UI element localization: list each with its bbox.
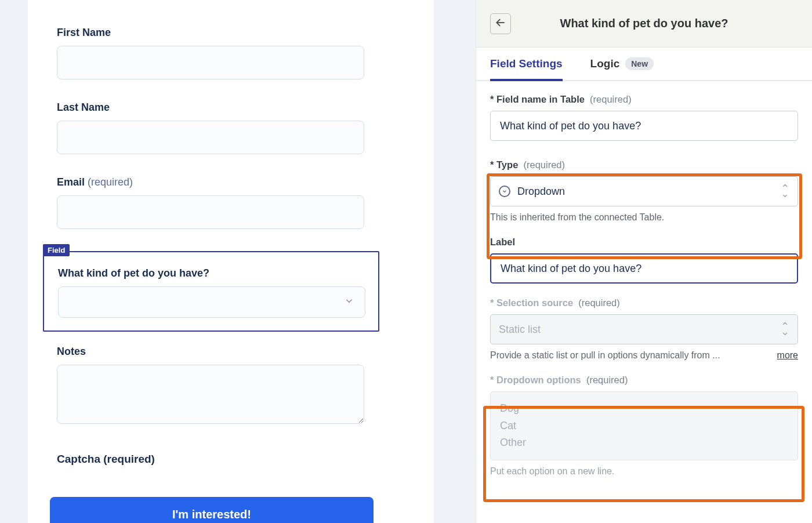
dropdown-options-textarea[interactable]: Dog Cat Other (490, 391, 798, 460)
selection-source-help: Provide a static list or pull in options… (490, 350, 720, 361)
field-name-label-text: Field name in Table (496, 94, 585, 104)
selected-field-card[interactable]: Field What kind of pet do you have? (43, 251, 379, 332)
back-button[interactable] (490, 13, 511, 34)
field-last-name: Last Name (57, 101, 405, 154)
tab-logic-label: Logic (590, 57, 620, 70)
panel-title: What kind of pet do you have? (476, 17, 812, 30)
field-notes: Notes (57, 346, 405, 426)
submit-button-label: I'm interested! (172, 508, 251, 521)
field-tag: Field (43, 244, 70, 256)
sort-arrows-icon: ⌃⌄ (781, 324, 789, 335)
selection-source-label-text: Selection source (496, 297, 573, 308)
section-dropdown-options: * Dropdown options (required) Dog Cat Ot… (490, 375, 798, 477)
panel-tabs: Field Settings Logic New (476, 48, 812, 81)
selection-source-select[interactable]: Static list ⌃⌄ (490, 314, 798, 344)
arrow-left-icon (495, 17, 506, 31)
email-label: Email (required) (57, 176, 405, 188)
email-label-text: Email (57, 176, 85, 188)
pet-label: What kind of pet do you have? (58, 267, 364, 279)
email-input[interactable] (57, 195, 364, 229)
section-type: * Type (required) Dropdown ⌃⌄ This is in… (490, 159, 798, 223)
section-field-name: * Field name in Table (required) (490, 94, 798, 141)
first-name-input[interactable] (57, 46, 364, 79)
notes-label: Notes (57, 346, 405, 358)
field-name-required-hint: (required) (590, 94, 632, 104)
chevron-down-icon (344, 296, 354, 308)
dropdown-options-required-hint: (required) (586, 375, 628, 385)
field-name-input[interactable] (490, 111, 798, 141)
sort-arrows-icon: ⌃⌄ (781, 186, 789, 197)
first-name-label: First Name (57, 27, 405, 39)
pet-dropdown[interactable] (58, 286, 365, 318)
label-field-label: Label (490, 237, 798, 248)
type-select[interactable]: Dropdown ⌃⌄ (490, 176, 798, 206)
option-line: Dog (500, 400, 788, 417)
field-email: Email (required) (57, 176, 405, 229)
dropdown-options-label-text: Dropdown options (496, 375, 581, 385)
field-first-name: First Name (57, 27, 405, 79)
email-required-hint: (required) (88, 176, 133, 188)
field-name-label: * Field name in Table (required) (490, 94, 798, 105)
settings-panel: What kind of pet do you have? Field Sett… (476, 0, 812, 523)
type-help-text: This is inherited from the connected Tab… (490, 212, 798, 223)
type-label: * Type (required) (490, 159, 798, 170)
option-line: Cat (500, 417, 788, 435)
selection-source-label: * Selection source (required) (490, 297, 798, 308)
last-name-label: Last Name (57, 101, 405, 114)
selection-source-value: Static list (499, 324, 541, 336)
selection-source-required-hint: (required) (578, 297, 620, 308)
tab-logic[interactable]: Logic New (590, 48, 654, 80)
panel-header: What kind of pet do you have? (476, 0, 812, 48)
notes-textarea[interactable] (57, 365, 364, 424)
last-name-input[interactable] (57, 121, 364, 154)
section-selection-source: * Selection source (required) Static lis… (490, 297, 798, 361)
tab-field-settings[interactable]: Field Settings (490, 48, 563, 80)
type-required-hint: (required) (523, 159, 565, 170)
type-value: Dropdown (517, 186, 565, 198)
label-input[interactable] (490, 253, 798, 284)
option-line: Other (500, 434, 788, 452)
dropdown-options-label: * Dropdown options (required) (490, 375, 798, 386)
form-canvas: First Name Last Name Email (required) Fi… (28, 0, 434, 523)
dropdown-options-help: Put each option on a new line. (490, 466, 798, 477)
section-label: Label (490, 237, 798, 284)
type-label-text: Type (496, 159, 518, 170)
more-link[interactable]: more (777, 350, 798, 361)
dropdown-type-icon (499, 186, 510, 197)
captcha-label: Captcha (required) (57, 453, 405, 466)
submit-button[interactable]: I'm interested! (50, 497, 374, 523)
new-badge: New (625, 57, 654, 70)
tab-field-settings-label: Field Settings (490, 57, 563, 70)
